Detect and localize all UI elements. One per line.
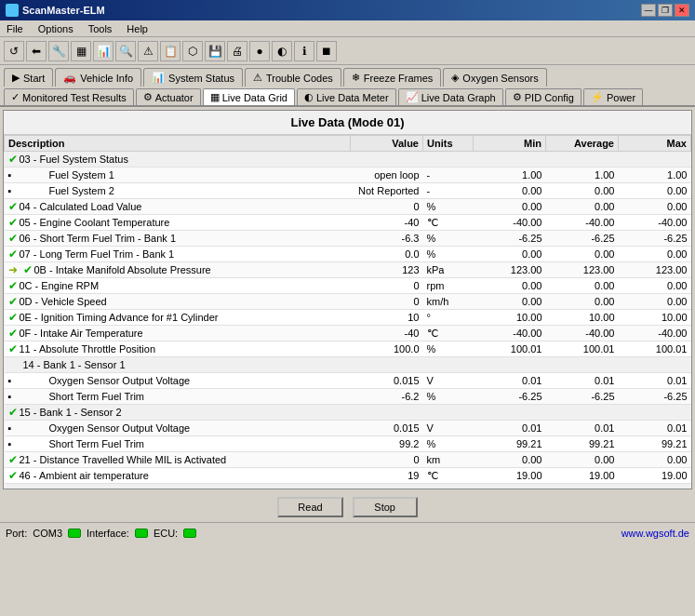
cell-value: 0 — [351, 278, 423, 294]
tab-actuator[interactable]: ⚙ Actuator — [136, 88, 201, 105]
table-row[interactable]: ✔07 - Long Term Fuel Trim - Bank 1 0.0 %… — [5, 247, 691, 262]
start-icon: ▶ — [12, 72, 20, 84]
toolbar-btn-4[interactable]: ▦ — [71, 41, 91, 61]
cell-min — [474, 357, 546, 373]
cell-units: ℃ — [423, 326, 474, 341]
table-row[interactable]: ✔0E - Ignition Timing Advance for #1 Cyl… — [5, 310, 691, 326]
tab-oxygen-sensors[interactable]: ◈ Oxygen Sensors — [443, 68, 546, 87]
toolbar-btn-6[interactable]: 🔍 — [115, 41, 136, 61]
cell-units: V — [423, 421, 474, 436]
graph-icon: 📈 — [406, 91, 419, 103]
toolbar-btn-1[interactable]: ↺ — [4, 41, 24, 61]
stop-button[interactable]: Stop — [353, 497, 418, 517]
panel-title: Live Data (Mode 01) — [4, 111, 691, 135]
table-row[interactable]: ▪Fuel System 1 open loop - 1.00 1.00 1.0… — [5, 167, 691, 183]
table-row[interactable]: ▪Oxygen Sensor Output Voltage 0.015 V 0.… — [5, 421, 691, 436]
tab-monitored-test[interactable]: ✓ Monitored Test Results — [4, 88, 134, 105]
toolbar-btn-8[interactable]: 📋 — [160, 41, 180, 61]
menu-help[interactable]: Help — [124, 22, 151, 35]
tab-power[interactable]: ⚡ Power — [583, 88, 643, 105]
tab-system-status[interactable]: 📊 System Status — [143, 68, 243, 87]
table-row[interactable]: ▪Oxygen Sensor Output Voltage 0.015 V 0.… — [5, 373, 691, 389]
cell-description: ✔0D - Vehicle Speed — [5, 294, 351, 310]
cell-min: 0.00 — [474, 278, 546, 294]
tab-vehicle-info[interactable]: 🚗 Vehicle Info — [55, 68, 141, 87]
toolbar-btn-3[interactable]: 🔧 — [48, 41, 69, 61]
data-table-scroll[interactable]: Description Value Units Min Average Max … — [4, 135, 691, 489]
cell-avg: -6.25 — [546, 231, 619, 247]
table-row[interactable]: ✔04 - Calculated Load Value 0 % 0.00 0.0… — [5, 199, 691, 215]
read-button[interactable]: Read — [277, 497, 342, 517]
cell-description: ▪Fuel System 2 — [5, 183, 351, 199]
title-bar: ScanMaster-ELM — ❐ ✕ — [0, 0, 695, 20]
table-row[interactable]: ✔21 - Distance Travelled While MIL is Ac… — [5, 452, 691, 468]
minimize-button[interactable]: — — [641, 4, 656, 17]
cell-max: 0.00 — [619, 278, 691, 294]
menu-file[interactable]: File — [4, 22, 26, 35]
menu-tools[interactable]: Tools — [86, 22, 115, 35]
table-row[interactable]: 14 - Bank 1 - Sensor 1 — [5, 357, 691, 373]
monitored-icon: ✓ — [11, 91, 20, 103]
cell-avg: 1.00 — [546, 167, 619, 183]
cell-units: V — [423, 373, 474, 389]
tab-pid-config[interactable]: ⚙ PID Config — [505, 88, 581, 105]
close-button[interactable]: ✕ — [675, 4, 689, 17]
toolbar-btn-13[interactable]: ◐ — [272, 41, 292, 61]
cell-avg: 0.00 — [546, 278, 619, 294]
toolbar-btn-2[interactable]: ⬅ — [26, 41, 47, 61]
check-icon: ✔ — [8, 453, 18, 466]
menu-options[interactable]: Options — [35, 22, 76, 35]
tab-oxygen-label: Oxygen Sensors — [462, 73, 538, 84]
col-value: Value — [351, 136, 423, 152]
power-icon: ⚡ — [591, 91, 604, 103]
cell-description: ✔15 - Bank 1 - Sensor 2 — [5, 405, 351, 421]
trouble-icon: ⚠ — [253, 72, 262, 84]
cell-avg — [546, 152, 619, 167]
check-icon: ✔ — [8, 342, 18, 355]
table-row[interactable]: ▪Short Term Fuel Trim 99.2 % 99.21 99.21… — [5, 436, 691, 452]
restore-button[interactable]: ❐ — [658, 4, 673, 17]
table-row[interactable]: ✔0F - Intake Air Temperature -40 ℃ -40.0… — [5, 326, 691, 341]
tab-live-data-grid[interactable]: ▦ Live Data Grid — [203, 88, 295, 105]
table-row[interactable]: ✔0D - Vehicle Speed 0 km/h 0.00 0.00 0.0… — [5, 294, 691, 310]
cell-units: - — [423, 167, 474, 183]
table-row[interactable]: ✔15 - Bank 1 - Sensor 2 — [5, 405, 691, 421]
tab-pid-label: PID Config — [525, 92, 574, 103]
table-row[interactable]: ✔11 - Absolute Throttle Position 100.0 %… — [5, 341, 691, 357]
toolbar-btn-5[interactable]: 📊 — [93, 41, 114, 61]
toolbar-btn-10[interactable]: 💾 — [205, 41, 225, 61]
cell-max: -6.25 — [619, 231, 691, 247]
tab-start[interactable]: ▶ Start — [4, 68, 53, 87]
tab-freeze-frames[interactable]: ❄ Freeze Frames — [343, 68, 442, 87]
table-row[interactable]: ✔0C - Engine RPM 0 rpm 0.00 0.00 0.00 — [5, 278, 691, 294]
table-row[interactable]: ▪Short Term Fuel Trim -6.2 % -6.25 -6.25… — [5, 389, 691, 405]
cell-units: % — [423, 231, 474, 247]
table-row[interactable]: ✔06 - Short Term Fuel Trim - Bank 1 -6.3… — [5, 231, 691, 247]
cell-min: 100.01 — [474, 341, 546, 357]
toolbar-btn-11[interactable]: 🖨 — [227, 41, 247, 61]
window-controls: — ❐ ✕ — [641, 4, 689, 17]
tab-graph-label: Live Data Graph — [421, 92, 496, 103]
table-row[interactable]: ✔05 - Engine Coolant Temperature -40 ℃ -… — [5, 215, 691, 231]
toolbar-btn-14[interactable]: ℹ — [294, 41, 314, 61]
table-row[interactable]: ➜✔0B - Intake Manifold Absolute Pressure… — [5, 262, 691, 278]
grid-icon: ▦ — [210, 91, 220, 103]
tab-live-data-meter[interactable]: ◐ Live Data Meter — [297, 88, 396, 105]
cell-units — [423, 405, 474, 421]
check-icon: ✔ — [8, 232, 18, 245]
table-row[interactable]: ✔46 - Ambient air temperature 19 ℃ 19.00… — [5, 468, 691, 484]
tab-system-label: System Status — [168, 73, 234, 84]
toolbar-btn-7[interactable]: ⚠ — [138, 41, 158, 61]
tab-vehicle-label: Vehicle Info — [80, 73, 133, 84]
cell-max — [619, 405, 691, 421]
toolbar-btn-15[interactable]: ⏹ — [316, 41, 337, 61]
toolbar-btn-9[interactable]: ⬡ — [182, 41, 203, 61]
table-row[interactable]: ✔03 - Fuel System Status — [5, 152, 691, 167]
main-panel: Live Data (Mode 01) Description Value Un… — [3, 110, 692, 489]
check-icon: ✔ — [8, 311, 18, 324]
tab-live-data-graph[interactable]: 📈 Live Data Graph — [398, 88, 503, 105]
tab-trouble-codes[interactable]: ⚠ Trouble Codes — [245, 68, 341, 87]
table-row[interactable]: ▪Fuel System 2 Not Reported - 0.00 0.00 … — [5, 183, 691, 199]
toolbar-btn-12[interactable]: ● — [249, 41, 270, 61]
cell-description: ✔03 - Fuel System Status — [5, 152, 351, 167]
